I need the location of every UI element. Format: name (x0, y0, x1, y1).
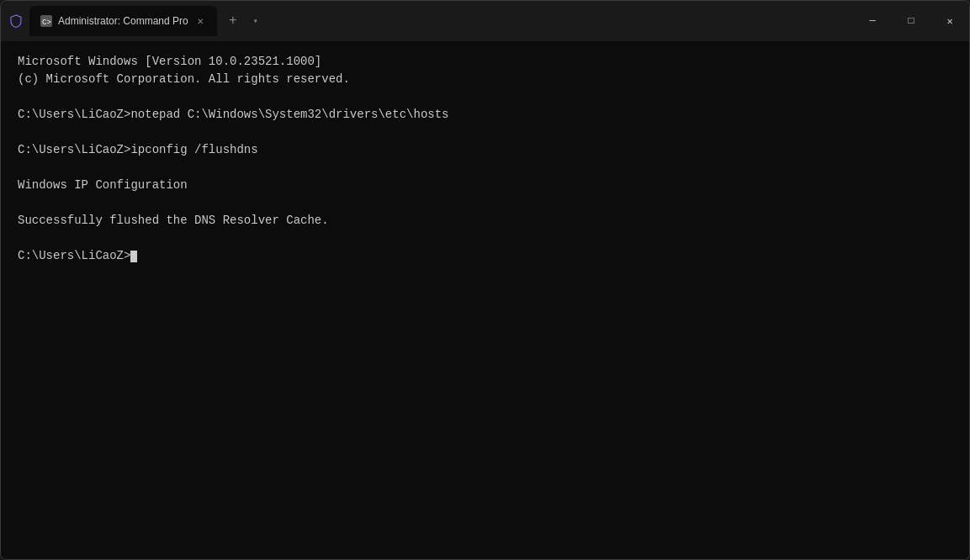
cmd-icon: C> (40, 14, 53, 28)
titlebar: C> Administrator: Command Pro ✕ + ▾ ─ □ … (1, 1, 969, 41)
terminal-line: C:\Users\LiCaoZ>notepad C:\Windows\Syste… (18, 106, 952, 124)
terminal-line: Successfully flushed the DNS Resolver Ca… (18, 212, 952, 230)
close-button[interactable]: ✕ (930, 8, 969, 34)
tab-label: Administrator: Command Pro (58, 15, 188, 27)
terminal-line: C:\Users\LiCaoZ>ipconfig /flushdns (18, 141, 952, 159)
tab-close-button[interactable]: ✕ (193, 14, 207, 28)
terminal-body[interactable]: Microsoft Windows [Version 10.0.23521.10… (1, 41, 969, 559)
new-tab-button[interactable]: + (220, 8, 246, 34)
active-tab[interactable]: C> Administrator: Command Pro ✕ (29, 6, 217, 36)
terminal-line (18, 88, 952, 106)
terminal-line: Microsoft Windows [Version 10.0.23521.10… (18, 53, 952, 71)
terminal-line (18, 124, 952, 141)
tab-dropdown-button[interactable]: ▾ (246, 11, 266, 31)
svg-text:C>: C> (42, 18, 51, 27)
terminal-window: C> Administrator: Command Pro ✕ + ▾ ─ □ … (0, 0, 970, 560)
shield-icon (8, 13, 24, 29)
tab-container: C> Administrator: Command Pro ✕ + ▾ (29, 6, 266, 36)
terminal-cursor (130, 251, 137, 262)
maximize-button[interactable]: □ (892, 8, 930, 34)
minimize-button[interactable]: ─ (853, 8, 892, 34)
terminal-line (18, 230, 952, 247)
terminal-line: Windows IP Configuration (18, 177, 952, 194)
terminal-line (18, 194, 952, 212)
terminal-line: C:\Users\LiCaoZ> (18, 247, 952, 265)
terminal-line (18, 159, 952, 177)
titlebar-left: C> Administrator: Command Pro ✕ + ▾ (8, 6, 853, 36)
titlebar-controls: ─ □ ✕ (853, 1, 969, 41)
terminal-line: (c) Microsoft Corporation. All rights re… (18, 71, 952, 88)
